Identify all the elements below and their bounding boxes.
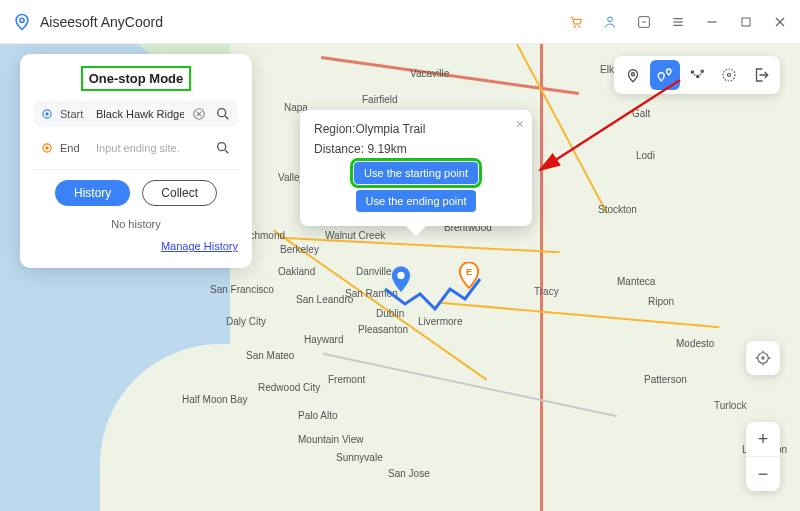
city-label: Berkeley	[280, 244, 319, 255]
start-label: Start	[60, 108, 90, 120]
joystick-tool[interactable]	[714, 60, 744, 90]
popup-close-icon[interactable]: ×	[516, 116, 524, 132]
mode-toolbar	[614, 56, 780, 94]
city-label: Turlock	[714, 400, 746, 411]
end-pin-icon	[40, 141, 54, 155]
one-stop-tool[interactable]	[650, 60, 680, 90]
exit-tool[interactable]	[746, 60, 776, 90]
city-label: Patterson	[644, 374, 687, 385]
close-button[interactable]	[772, 14, 788, 30]
city-label: San Mateo	[246, 350, 294, 361]
city-label: San Francisco	[210, 284, 274, 295]
multi-stop-tool[interactable]	[682, 60, 712, 90]
start-pin-icon	[40, 107, 54, 121]
city-label: Oakland	[278, 266, 315, 277]
svg-point-1	[574, 26, 575, 27]
region-popup: × Region:Olympia Trail Distance: 9.19km …	[300, 110, 532, 226]
title-bar: Aiseesoft AnyCoord	[0, 0, 800, 44]
city-label: Lodi	[636, 150, 655, 161]
zoom-controls: + −	[746, 422, 780, 491]
cart-icon[interactable]	[568, 14, 584, 30]
app-logo-icon	[12, 12, 32, 32]
start-marker-icon	[390, 266, 412, 298]
city-label: Redwood City	[258, 382, 320, 393]
city-label: Palo Alto	[298, 410, 337, 421]
use-start-button[interactable]: Use the starting point	[354, 162, 478, 184]
popup-region: Region:Olympia Trail	[314, 122, 518, 136]
no-history-text: No history	[34, 218, 238, 230]
city-label: Fairfield	[362, 94, 398, 105]
city-label: Fremont	[328, 374, 365, 385]
svg-point-32	[728, 74, 731, 77]
svg-line-21	[225, 116, 228, 119]
svg-point-2	[579, 26, 580, 27]
end-input[interactable]	[96, 142, 208, 154]
end-field-row: End	[34, 135, 238, 161]
svg-point-34	[762, 357, 764, 359]
city-label: Stockton	[598, 204, 637, 215]
svg-point-3	[608, 17, 613, 22]
svg-point-24	[218, 143, 226, 151]
search-end-icon[interactable]	[214, 139, 232, 157]
modify-location-tool[interactable]	[618, 60, 648, 90]
svg-text:E: E	[466, 267, 472, 277]
city-label: Walnut Creek	[325, 230, 385, 241]
svg-point-31	[723, 69, 735, 81]
city-label: Sunnyvale	[336, 452, 383, 463]
zoom-out-button[interactable]: −	[746, 457, 780, 491]
svg-point-13	[397, 272, 404, 279]
recenter-button[interactable]	[746, 341, 780, 375]
city-label: Ripon	[648, 296, 674, 307]
route-panel: One-stop Mode Start End History Collect …	[20, 54, 252, 268]
end-marker-icon: E	[458, 262, 480, 294]
panel-buttons: History Collect	[34, 180, 238, 206]
minimize-button[interactable]	[704, 14, 720, 30]
city-label: Hayward	[304, 334, 343, 345]
clear-start-icon[interactable]	[190, 105, 208, 123]
city-label: Tracy	[534, 286, 559, 297]
collect-button[interactable]: Collect	[142, 180, 217, 206]
person-icon[interactable]	[602, 14, 618, 30]
zoom-in-button[interactable]: +	[746, 422, 780, 456]
use-end-button[interactable]: Use the ending point	[356, 190, 477, 212]
start-field-row: Start	[34, 101, 238, 127]
city-label: Mountain View	[298, 434, 363, 445]
svg-point-27	[632, 73, 635, 76]
svg-line-25	[225, 150, 228, 153]
start-input[interactable]	[96, 108, 184, 120]
city-label: Pleasanton	[358, 324, 408, 335]
city-label: Galt	[632, 108, 650, 119]
city-label: Daly City	[226, 316, 266, 327]
end-label: End	[60, 142, 90, 154]
window-controls	[568, 14, 788, 30]
city-label: Manteca	[617, 276, 655, 287]
mode-title: One-stop Mode	[81, 66, 192, 91]
svg-point-0	[20, 18, 24, 22]
city-label: San Leandro	[296, 294, 353, 305]
svg-point-20	[218, 109, 226, 117]
manage-history-link[interactable]: Manage History	[161, 240, 238, 252]
menu-icon[interactable]	[670, 14, 686, 30]
city-label: Modesto	[676, 338, 714, 349]
svg-rect-10	[742, 18, 750, 26]
city-label: San Jose	[388, 468, 430, 479]
svg-point-33	[758, 353, 769, 364]
city-label: Half Moon Bay	[182, 394, 248, 405]
city-label: Vacaville	[410, 68, 449, 79]
search-start-icon[interactable]	[214, 105, 232, 123]
history-button[interactable]: History	[55, 180, 130, 206]
feedback-icon[interactable]	[636, 14, 652, 30]
app-title: Aiseesoft AnyCoord	[40, 14, 163, 30]
svg-point-16	[45, 112, 49, 116]
popup-distance: Distance: 9.19km	[314, 142, 518, 156]
maximize-button[interactable]	[738, 14, 754, 30]
svg-point-23	[45, 146, 49, 150]
